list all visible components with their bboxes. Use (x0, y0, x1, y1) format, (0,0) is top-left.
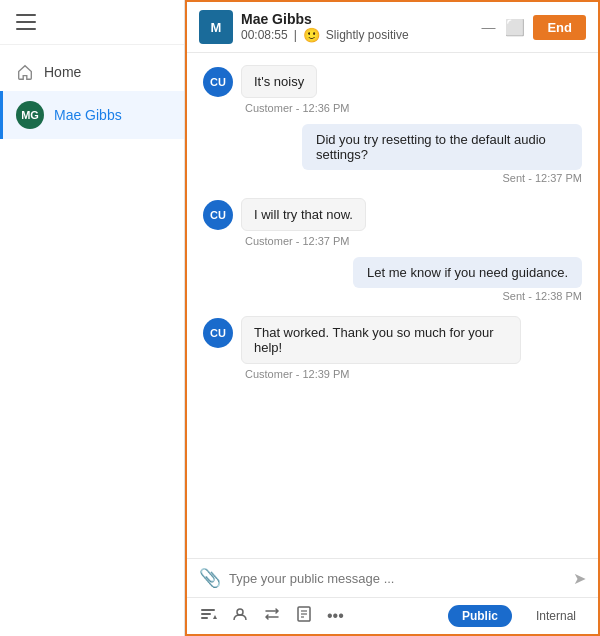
sent-bubble: Let me know if you need guidance. (353, 257, 582, 288)
separator: | (294, 28, 297, 42)
customer-bubble: That worked. Thank you so much for your … (241, 316, 521, 364)
canned-responses-icon[interactable] (199, 605, 217, 627)
toolbar: ••• Public Internal (187, 597, 598, 634)
chat-header: M Mae Gibbs 00:08:55 | 🙂 Slightly positi… (187, 2, 598, 53)
svg-point-4 (237, 609, 243, 615)
chat-header-info: Mae Gibbs 00:08:55 | 🙂 Slightly positive (241, 11, 473, 43)
transfer-icon[interactable] (263, 605, 281, 627)
message-meta: Sent - 12:38 PM (203, 290, 582, 302)
chat-customer-name: Mae Gibbs (241, 11, 473, 27)
sidebar-item-mae-label: Mae Gibbs (54, 107, 122, 123)
sidebar-header (0, 0, 184, 45)
message-input[interactable] (229, 571, 565, 586)
sent-row: Did you try resetting to the default aud… (203, 124, 582, 170)
sidebar-item-mae-gibbs[interactable]: MG Mae Gibbs (0, 91, 184, 139)
message-group-1: CU It's noisy Customer - 12:36 PM (203, 65, 582, 114)
sidebar-nav: Home MG Mae Gibbs (0, 45, 184, 147)
home-icon (16, 63, 34, 81)
sidebar-item-home-label: Home (44, 64, 81, 80)
hamburger-icon[interactable] (16, 14, 36, 30)
send-icon[interactable]: ➤ (573, 569, 586, 588)
tab-public[interactable]: Public (448, 605, 512, 627)
chat-avatar: M (199, 10, 233, 44)
messages-area: CU It's noisy Customer - 12:36 PM Did yo… (187, 53, 598, 558)
customer-bubble: I will try that now. (241, 198, 366, 231)
message-meta: Customer - 12:37 PM (245, 235, 582, 247)
message-group-2: Did you try resetting to the default aud… (203, 124, 582, 188)
chat-header-meta: 00:08:55 | 🙂 Slightly positive (241, 27, 473, 43)
message-meta: Sent - 12:37 PM (203, 172, 582, 184)
svg-rect-2 (201, 617, 208, 619)
input-area: 📎 ➤ (187, 558, 598, 597)
chat-panel: M Mae Gibbs 00:08:55 | 🙂 Slightly positi… (185, 0, 600, 636)
svg-rect-0 (201, 609, 215, 611)
sent-row: Let me know if you need guidance. (203, 257, 582, 288)
attach-icon[interactable]: 📎 (199, 567, 221, 589)
monitor-icon[interactable]: ⬜ (505, 18, 525, 37)
table-row: CU That worked. Thank you so much for yo… (203, 316, 582, 364)
sidebar: Home MG Mae Gibbs (0, 0, 185, 636)
sidebar-item-home[interactable]: Home (0, 53, 184, 91)
chat-header-actions: — ⬜ End (481, 15, 586, 40)
chat-timer: 00:08:55 (241, 28, 288, 42)
avatar: CU (203, 67, 233, 97)
svg-rect-1 (201, 613, 211, 615)
more-icon[interactable]: ••• (327, 607, 344, 625)
message-meta: Customer - 12:36 PM (245, 102, 582, 114)
table-row: CU I will try that now. (203, 198, 582, 231)
avatar: MG (16, 101, 44, 129)
sent-bubble: Did you try resetting to the default aud… (302, 124, 582, 170)
end-button[interactable]: End (533, 15, 586, 40)
message-group-5: CU That worked. Thank you so much for yo… (203, 316, 582, 380)
minimize-icon[interactable]: — (481, 19, 495, 35)
message-group-4: Let me know if you need guidance. Sent -… (203, 257, 582, 306)
notes-icon[interactable] (295, 605, 313, 627)
message-group-3: CU I will try that now. Customer - 12:37… (203, 198, 582, 247)
sentiment-label: Slightly positive (326, 28, 409, 42)
contact-icon[interactable] (231, 605, 249, 627)
sentiment-icon: 🙂 (303, 27, 320, 43)
avatar: CU (203, 318, 233, 348)
message-meta: Customer - 12:39 PM (245, 368, 582, 380)
table-row: CU It's noisy (203, 65, 582, 98)
customer-bubble: It's noisy (241, 65, 317, 98)
svg-marker-3 (213, 615, 217, 619)
avatar: CU (203, 200, 233, 230)
tab-internal[interactable]: Internal (526, 605, 586, 627)
